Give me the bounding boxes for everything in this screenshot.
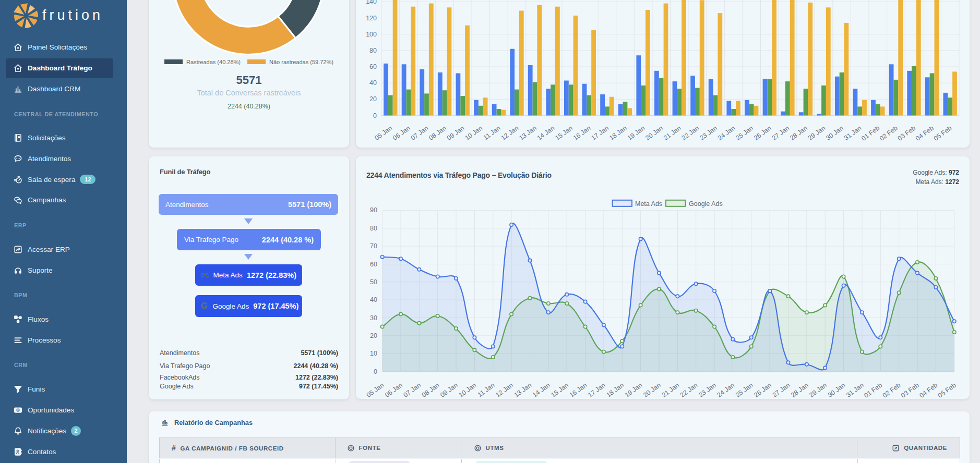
svg-text:28 Jan: 28 Jan xyxy=(790,382,810,399)
svg-text:23 Jan: 23 Jan xyxy=(698,125,719,142)
svg-text:22 Jan: 22 Jan xyxy=(680,125,701,142)
svg-text:0: 0 xyxy=(373,112,377,119)
svg-text:18 Jan: 18 Jan xyxy=(605,382,625,399)
svg-text:27 Jan: 27 Jan xyxy=(771,382,792,399)
svg-text:06 Jan: 06 Jan xyxy=(384,382,404,399)
svg-text:26 Jan: 26 Jan xyxy=(752,382,773,399)
svg-text:120: 120 xyxy=(366,15,377,22)
svg-text:10 Jan: 10 Jan xyxy=(463,125,484,142)
svg-text:31 Jan: 31 Jan xyxy=(843,125,863,142)
svg-text:80: 80 xyxy=(369,47,377,54)
svg-text:30: 30 xyxy=(370,314,377,322)
svg-text:100: 100 xyxy=(366,31,377,38)
svg-text:19 Jan: 19 Jan xyxy=(624,382,644,399)
svg-text:03 Feb: 03 Feb xyxy=(900,382,921,399)
svg-text:09 Jan: 09 Jan xyxy=(446,125,466,142)
svg-text:29 Jan: 29 Jan xyxy=(807,125,827,142)
svg-text:25 Jan: 25 Jan xyxy=(734,125,755,142)
svg-text:26 Jan: 26 Jan xyxy=(752,125,773,142)
svg-text:Google Ads: Google Ads xyxy=(689,200,723,208)
svg-text:30 Jan: 30 Jan xyxy=(827,382,847,399)
svg-text:23 Jan: 23 Jan xyxy=(697,382,718,399)
svg-text:Meta Ads: Meta Ads xyxy=(635,200,662,208)
svg-text:70: 70 xyxy=(370,242,377,250)
svg-text:60: 60 xyxy=(370,261,377,268)
svg-text:03 Feb: 03 Feb xyxy=(897,125,917,142)
svg-text:14 Jan: 14 Jan xyxy=(531,382,552,399)
svg-text:28 Jan: 28 Jan xyxy=(788,125,809,142)
svg-text:11 Jan: 11 Jan xyxy=(476,382,496,399)
svg-text:10 Jan: 10 Jan xyxy=(458,382,478,399)
svg-text:140: 140 xyxy=(366,0,377,5)
svg-text:27 Jan: 27 Jan xyxy=(771,125,791,142)
svg-text:20 Jan: 20 Jan xyxy=(644,125,664,142)
svg-text:19 Jan: 19 Jan xyxy=(626,125,647,142)
svg-text:21 Jan: 21 Jan xyxy=(661,382,681,399)
svg-text:11 Jan: 11 Jan xyxy=(482,125,502,142)
svg-text:0: 0 xyxy=(374,368,377,375)
svg-text:1: 1 xyxy=(17,408,19,411)
svg-text:40: 40 xyxy=(370,296,377,303)
svg-text:80: 80 xyxy=(370,225,377,232)
svg-text:08 Jan: 08 Jan xyxy=(427,125,448,142)
svg-text:02 Feb: 02 Feb xyxy=(878,125,899,142)
svg-text:12 Jan: 12 Jan xyxy=(500,125,520,142)
svg-text:04 Feb: 04 Feb xyxy=(918,382,939,399)
svg-text:07 Jan: 07 Jan xyxy=(410,125,430,142)
svg-text:60: 60 xyxy=(369,63,377,70)
svg-text:90: 90 xyxy=(370,206,377,214)
svg-text:15 Jan: 15 Jan xyxy=(554,125,574,142)
svg-text:21 Jan: 21 Jan xyxy=(662,125,683,142)
svg-text:24 Jan: 24 Jan xyxy=(716,382,736,399)
svg-text:50: 50 xyxy=(370,278,377,286)
svg-text:07 Jan: 07 Jan xyxy=(402,382,422,399)
svg-text:24 Jan: 24 Jan xyxy=(716,125,737,142)
svg-text:04 Feb: 04 Feb xyxy=(914,125,935,142)
svg-text:05 Jan: 05 Jan xyxy=(373,125,393,142)
svg-text:20 Jan: 20 Jan xyxy=(642,382,662,399)
svg-text:30 Jan: 30 Jan xyxy=(824,125,845,142)
svg-text:31 Jan: 31 Jan xyxy=(845,382,865,399)
svg-text:12 Jan: 12 Jan xyxy=(494,382,515,399)
svg-text:22 Jan: 22 Jan xyxy=(679,382,699,399)
svg-text:05 Feb: 05 Feb xyxy=(933,125,953,142)
svg-text:17 Jan: 17 Jan xyxy=(587,382,607,399)
svg-text:01 Feb: 01 Feb xyxy=(860,125,881,142)
svg-text:05 Jan: 05 Jan xyxy=(365,382,386,399)
svg-text:13 Jan: 13 Jan xyxy=(513,382,533,399)
svg-text:18 Jan: 18 Jan xyxy=(608,125,628,142)
svg-text:02 Feb: 02 Feb xyxy=(881,382,902,399)
svg-text:05 Feb: 05 Feb xyxy=(937,382,958,399)
svg-text:06 Jan: 06 Jan xyxy=(391,125,412,142)
svg-text:14 Jan: 14 Jan xyxy=(536,125,556,142)
svg-text:13 Jan: 13 Jan xyxy=(518,125,538,142)
svg-text:20: 20 xyxy=(370,332,377,339)
svg-text:16 Jan: 16 Jan xyxy=(572,125,592,142)
svg-text:16 Jan: 16 Jan xyxy=(568,382,589,399)
svg-text:20: 20 xyxy=(369,95,377,103)
svg-text:17 Jan: 17 Jan xyxy=(590,125,611,142)
svg-text:29 Jan: 29 Jan xyxy=(808,382,828,399)
svg-text:25 Jan: 25 Jan xyxy=(734,382,755,399)
svg-text:10: 10 xyxy=(370,350,377,357)
svg-text:08 Jan: 08 Jan xyxy=(421,382,441,399)
svg-text:15 Jan: 15 Jan xyxy=(549,382,570,399)
svg-text:01 Feb: 01 Feb xyxy=(863,382,883,399)
svg-text:40: 40 xyxy=(369,79,377,87)
svg-text:09 Jan: 09 Jan xyxy=(439,382,459,399)
